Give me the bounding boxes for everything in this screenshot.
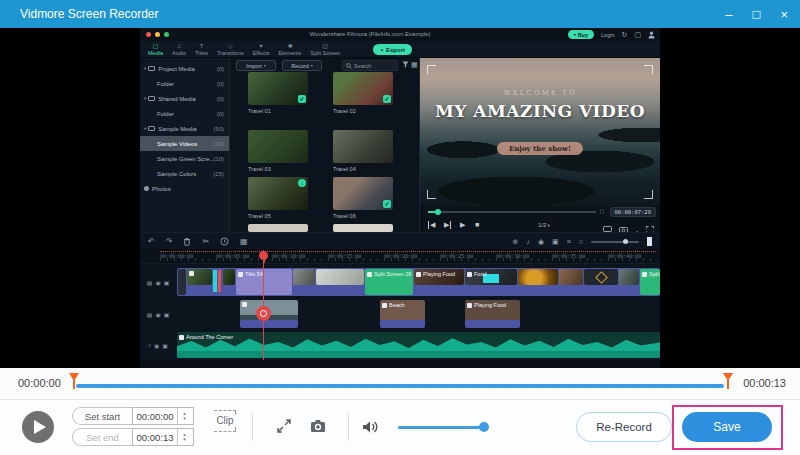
media-thumbnail-partial [248, 224, 308, 232]
close-icon[interactable]: × [780, 8, 788, 21]
video-title-text: MY AMAZING VIDEO [420, 101, 660, 121]
toolbar-right-icons [513, 236, 652, 247]
media-thumbnail [248, 130, 308, 163]
track-type-icon [148, 342, 151, 348]
resource-box-icon [634, 31, 641, 38]
timeline-clip [223, 269, 235, 285]
record-voiceover-icon [513, 236, 519, 247]
check-icon: ✓ [383, 95, 391, 103]
play-icon [460, 221, 465, 229]
timeline-zoom-slider [591, 241, 639, 243]
clip-type-icon [242, 302, 247, 307]
clip-type-icon [367, 272, 372, 277]
media-library-tree: Project Media(0) Folder(0) Shared Media(… [140, 58, 230, 232]
end-time-input[interactable] [133, 432, 177, 443]
transitions-icon: ◇ [228, 43, 233, 50]
titles-icon: T [200, 43, 204, 50]
track-type-icon [147, 279, 153, 286]
crop-icon [240, 236, 248, 247]
volume-slider[interactable] [398, 426, 484, 429]
trim-progress-bar[interactable] [76, 384, 724, 388]
re-record-button[interactable]: Re-Record [576, 412, 672, 442]
start-time-input[interactable] [133, 411, 177, 422]
audio-track: Around The Corner [177, 332, 660, 358]
selection-corner-icon [427, 190, 436, 199]
track-manager-icon [567, 236, 571, 247]
window-controls: – □ × [725, 0, 788, 28]
lock-icon [164, 279, 170, 286]
screenshot-button[interactable] [308, 416, 328, 439]
fullscreen-button[interactable] [274, 416, 294, 439]
camera-icon [308, 416, 328, 436]
vidmore-window: Vidmore Screen Recorder – □ × Wondershar… [0, 0, 800, 455]
trim-end-handle[interactable] [722, 373, 734, 389]
stop-icon [475, 221, 479, 229]
divider [348, 413, 349, 441]
import-dropdown: Import [236, 60, 276, 71]
tab-split-screen: ◫Split Screen [310, 43, 340, 56]
ruler-timestamp: 00:00:00:00 [160, 253, 193, 259]
expand-icon [274, 416, 294, 436]
zoom-slider-handle [623, 239, 628, 244]
snapshot-frame-icon [552, 236, 559, 247]
preview-viewport: WELCOME TO MY AMAZING VIDEO Enjoy the sh… [420, 58, 660, 206]
mute-icon [154, 342, 159, 349]
ruler-timestamp: 00:00:30:00 [496, 253, 529, 259]
media-thumbnail-partial [333, 224, 393, 232]
timeline-clip [559, 269, 583, 285]
ruler-timestamp: 00:00:20:00 [384, 253, 417, 259]
set-end-button[interactable]: Set end [72, 428, 132, 446]
timeline-tracks: Title 54 Split Screen 26 Playing Food Fo… [140, 264, 660, 360]
preview-seekbar: 00:00:07:28 [420, 206, 660, 218]
stepper-down-icon[interactable] [183, 437, 186, 442]
tree-item-sample-green-screen: Sample Green Scre...(10) [140, 151, 229, 166]
caret-down-icon [144, 126, 146, 131]
time-stepper[interactable] [177, 408, 191, 424]
start-time-field [132, 407, 194, 425]
media-icon: ▢ [153, 43, 159, 50]
volume-button[interactable] [360, 417, 380, 441]
filter-icon [402, 61, 409, 68]
maximize-icon[interactable]: □ [753, 8, 761, 21]
video-clip: Playing Food [414, 269, 464, 285]
save-button[interactable]: Save [682, 412, 772, 442]
lock-icon [164, 311, 170, 318]
audio-waveform-base [177, 351, 660, 358]
filmora-body: Project Media(0) Folder(0) Shared Media(… [140, 58, 660, 232]
playhead-pin-icon [259, 251, 268, 260]
record-dropdown: Record [282, 60, 322, 71]
visibility-icon [155, 311, 160, 318]
minimize-icon[interactable]: – [725, 8, 732, 21]
thumbnail-label: Travel 03 [248, 166, 271, 172]
playback-controls-bar: Set start Set end Clip [0, 400, 800, 455]
filmora-titlebar-actions: Buy Login [568, 29, 655, 40]
video-subtitle-text: WELCOME TO [420, 89, 660, 97]
divider [252, 413, 253, 441]
tab-elements: ✚Elements [278, 43, 301, 56]
clip-type-icon [179, 335, 184, 340]
delete-icon [183, 237, 191, 246]
time-stepper[interactable] [177, 429, 191, 445]
stepper-down-icon[interactable] [183, 416, 186, 421]
tree-item-folder: Folder(0) [140, 106, 229, 121]
recorded-filmora-frame: Wondershare Filmora (FileInfo.com Exampl… [140, 28, 660, 368]
clip-type-icon [382, 303, 387, 308]
tree-item-shared-media: Shared Media(0) [140, 91, 229, 106]
volume-slider-handle[interactable] [479, 422, 489, 432]
video-clip: Food [465, 269, 517, 285]
timeline-ruler: 00:00:00:00 00:00:05:00 00:00:10:00 00:0… [140, 250, 660, 264]
folder-icon [148, 96, 155, 101]
split-screen-icon: ◫ [322, 43, 328, 50]
set-start-button[interactable]: Set start [72, 407, 132, 425]
clip-label: Clip [210, 415, 240, 427]
timeline-clip [187, 269, 212, 285]
play-button[interactable] [22, 411, 54, 443]
buy-button: Buy [568, 30, 594, 39]
trim-start-handle[interactable] [68, 373, 80, 389]
selection-corner-icon [644, 190, 653, 199]
app-title: Vidmore Screen Recorder [20, 7, 159, 21]
zoom-light-icon [164, 32, 169, 37]
redo-icon [166, 236, 173, 247]
filmora-tab-bar: ▢Media ♫Audio TTitles ◇Transitions ✦Effe… [140, 41, 660, 58]
clip-toggle[interactable]: Clip [210, 410, 240, 432]
